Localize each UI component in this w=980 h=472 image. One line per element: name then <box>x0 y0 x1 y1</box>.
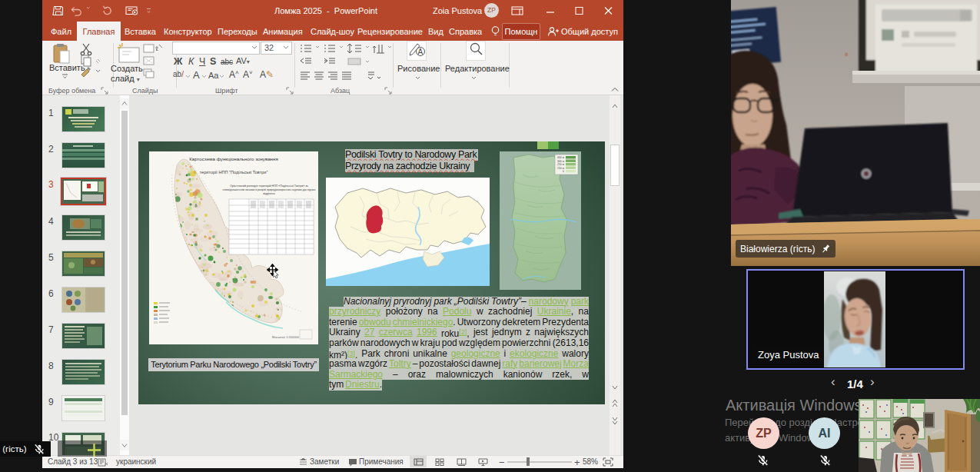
svg-text:400 м: 400 м <box>557 156 565 159</box>
svg-text:0: 0 <box>563 170 564 173</box>
svg-text:A: A <box>418 48 424 56</box>
svg-text:співвідношенням зонами в розрі: співвідношенням зонами в розрізі природо… <box>223 188 316 191</box>
svg-text:300 м: 300 м <box>557 160 565 163</box>
svg-text:Орієнтовний розподіл територій: Орієнтовний розподіл територій НПП «Поді… <box>230 184 308 188</box>
svg-text:250 м: 250 м <box>557 163 565 166</box>
svg-text:відділень: відділень <box>263 192 275 195</box>
svg-text:150 м: 150 м <box>557 167 565 170</box>
svg-text:території НПП "Подільські Товт: території НПП "Подільські Товтри" <box>200 170 268 175</box>
svg-text:Картосхема функціонального зон: Картосхема функціонального зонування <box>189 156 278 161</box>
svg-text:Масштаб 1:200000: Масштаб 1:200000 <box>272 335 300 339</box>
